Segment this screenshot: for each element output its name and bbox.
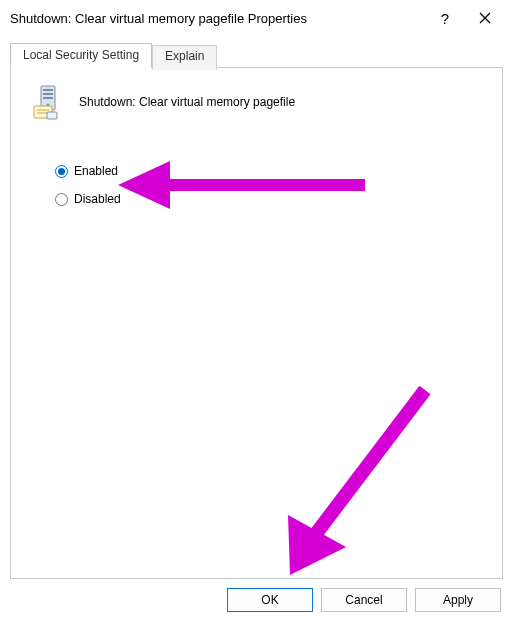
help-button[interactable]: ? bbox=[425, 4, 465, 32]
tabstrip: Local Security Setting Explain bbox=[10, 42, 503, 67]
cancel-button[interactable]: Cancel bbox=[321, 588, 407, 612]
tab-local-security-setting[interactable]: Local Security Setting bbox=[10, 43, 152, 68]
titlebar: Shutdown: Clear virtual memory pagefile … bbox=[0, 0, 513, 36]
tab-explain[interactable]: Explain bbox=[152, 45, 217, 70]
radio-enabled[interactable]: Enabled bbox=[55, 164, 482, 178]
policy-title: Shutdown: Clear virtual memory pagefile bbox=[79, 95, 295, 109]
tab-label: Explain bbox=[165, 49, 204, 63]
window-title: Shutdown: Clear virtual memory pagefile … bbox=[10, 11, 425, 26]
close-icon bbox=[479, 12, 491, 24]
button-label: Cancel bbox=[345, 593, 382, 607]
tab-label: Local Security Setting bbox=[23, 48, 139, 62]
close-button[interactable] bbox=[465, 4, 505, 32]
radio-label: Enabled bbox=[74, 164, 118, 178]
svg-rect-3 bbox=[43, 89, 53, 91]
radio-disabled[interactable]: Disabled bbox=[55, 192, 482, 206]
radio-icon bbox=[55, 165, 68, 178]
policy-computer-icon bbox=[31, 84, 65, 120]
svg-rect-4 bbox=[43, 93, 53, 95]
radio-group: Enabled Disabled bbox=[55, 164, 482, 206]
svg-rect-10 bbox=[47, 112, 57, 119]
radio-label: Disabled bbox=[74, 192, 121, 206]
button-label: Apply bbox=[443, 593, 473, 607]
tab-panel: Shutdown: Clear virtual memory pagefile … bbox=[10, 67, 503, 579]
policy-header: Shutdown: Clear virtual memory pagefile bbox=[31, 84, 482, 120]
apply-button[interactable]: Apply bbox=[415, 588, 501, 612]
dialog-buttons: OK Cancel Apply bbox=[227, 588, 501, 612]
ok-button[interactable]: OK bbox=[227, 588, 313, 612]
button-label: OK bbox=[261, 593, 278, 607]
client-area: Local Security Setting Explain Shutdown:… bbox=[10, 42, 503, 576]
svg-rect-5 bbox=[43, 97, 53, 99]
radio-icon bbox=[55, 193, 68, 206]
